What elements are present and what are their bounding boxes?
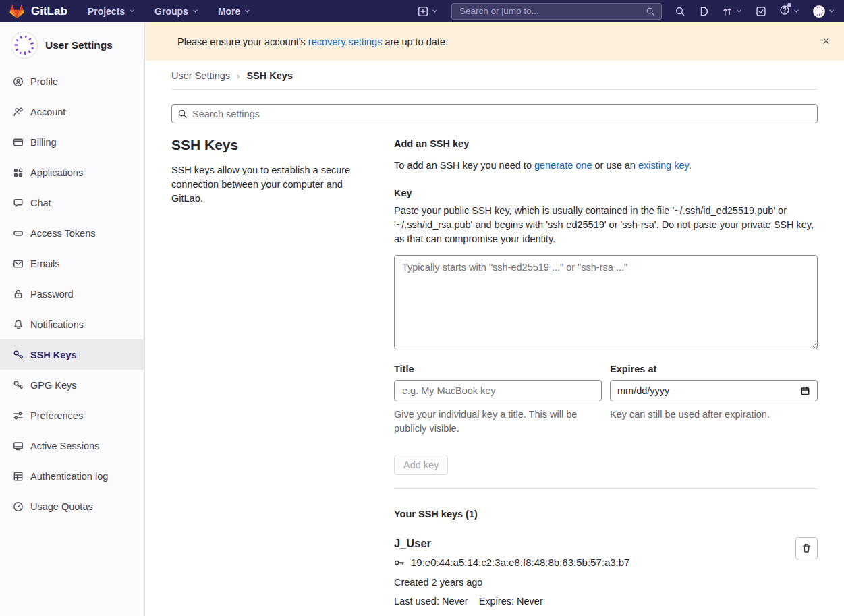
ssh-key-name: J_User [394, 537, 780, 550]
sidebar-item-gpg-keys[interactable]: GPG Keys [0, 370, 144, 400]
page-description: SSH keys allow you to establish a secure… [171, 163, 367, 206]
todos-button[interactable] [756, 6, 766, 17]
nav-projects[interactable]: Projects [88, 6, 136, 17]
expires-hint: Key can still be used after expiration. [610, 408, 818, 422]
chevron-down-icon [192, 7, 199, 15]
settings-sidebar: User Settings Profile Account Billing Ap… [0, 22, 145, 616]
sidebar-item-chat[interactable]: Chat [0, 188, 144, 218]
alert-text: Please ensure your account's [177, 36, 308, 47]
key-title-input[interactable] [394, 380, 602, 401]
global-search[interactable] [451, 3, 662, 20]
key-icon [13, 349, 24, 360]
sidebar-item-ssh-keys[interactable]: SSH Keys [0, 339, 144, 370]
issues-button[interactable] [698, 6, 709, 17]
notification-dot [787, 3, 791, 7]
key-label: Key [394, 188, 818, 198]
trash-icon [801, 543, 812, 553]
sidebar-item-preferences[interactable]: Preferences [0, 400, 144, 430]
gitlab-logo-icon [9, 3, 25, 19]
user-avatar [813, 5, 825, 18]
search-icon [646, 7, 655, 16]
generate-one-link[interactable]: generate one [534, 160, 592, 171]
close-icon [822, 36, 831, 45]
plus-square-icon [418, 6, 428, 17]
existing-key-link[interactable]: existing key [638, 160, 689, 171]
password-icon [13, 289, 24, 300]
user-avatar [11, 32, 38, 59]
dismiss-alert-button[interactable] [819, 34, 833, 50]
sidebar-item-password[interactable]: Password [0, 279, 144, 309]
auth-log-icon [13, 471, 24, 482]
todo-check-icon [756, 6, 766, 17]
key-icon [394, 557, 405, 568]
sidebar-item-emails[interactable]: Emails [0, 248, 144, 279]
settings-search [171, 104, 818, 123]
breadcrumb-user-settings[interactable]: User Settings [171, 70, 230, 81]
user-menu-button[interactable] [813, 5, 835, 18]
account-icon [13, 107, 24, 117]
breadcrumb-current: SSH Keys [246, 70, 293, 81]
delete-key-button[interactable] [795, 537, 818, 559]
sidebar-item-applications[interactable]: Applications [0, 157, 144, 188]
primary-nav: Projects Groups More [88, 6, 251, 17]
sidebar-item-active-sessions[interactable]: Active Sessions [0, 430, 144, 461]
chevron-down-icon [735, 7, 743, 15]
sidebar-item-billing[interactable]: Billing [0, 127, 144, 157]
add-key-button[interactable]: Add key [394, 455, 448, 475]
ssh-key-item: J_User 19:e0:44:a5:14:c2:3a:e8:f8:48:8b:… [394, 537, 818, 607]
sidebar-header: User Settings [0, 32, 144, 66]
settings-nav: Profile Account Billing Applications Cha… [0, 66, 144, 522]
chevron-down-icon [128, 7, 136, 15]
global-search-input[interactable] [458, 5, 646, 17]
nav-more[interactable]: More [218, 6, 251, 17]
section-divider [394, 488, 818, 489]
preferences-icon [13, 410, 24, 421]
issues-icon [698, 6, 709, 17]
navbar-right [418, 3, 835, 20]
sidebar-item-usage-quotas[interactable]: Usage Quotas [0, 491, 144, 522]
key-help-text: Paste your public SSH key, which is usua… [394, 204, 818, 246]
page-title: SSH Keys [171, 137, 367, 153]
sidebar-title: User Settings [45, 39, 113, 51]
emails-icon [13, 258, 24, 269]
chevron-down-icon [793, 7, 800, 15]
breadcrumb: User Settings › SSH Keys [171, 61, 818, 90]
calendar-icon [800, 386, 810, 396]
sidebar-item-notifications[interactable]: Notifications [0, 309, 144, 339]
sidebar-item-account[interactable]: Account [0, 96, 144, 127]
new-menu-button[interactable] [418, 6, 439, 17]
merge-request-icon [722, 6, 733, 17]
top-navbar: GitLab Projects Groups More [0, 0, 844, 22]
sidebar-item-access-tokens[interactable]: Access Tokens [0, 218, 144, 248]
merge-requests-button[interactable] [722, 6, 743, 17]
add-key-intro: To add an SSH key you need to generate o… [394, 159, 818, 173]
recovery-alert: Please ensure your account's recovery se… [145, 22, 844, 61]
title-hint: Give your individual key a title. This w… [394, 408, 602, 436]
chevron-down-icon [244, 7, 251, 15]
gitlab-home-link[interactable]: GitLab [9, 3, 67, 19]
profile-icon [13, 76, 24, 87]
sidebar-item-authentication-log[interactable]: Authentication log [0, 461, 144, 491]
settings-search-input[interactable] [171, 104, 818, 123]
search-button[interactable] [675, 6, 685, 17]
main-content: Please ensure your account's recovery se… [145, 22, 844, 616]
ssh-key-textarea[interactable] [394, 255, 818, 349]
usage-quotas-icon [13, 501, 24, 512]
sidebar-item-profile[interactable]: Profile [0, 66, 144, 96]
help-menu-button[interactable] [779, 5, 800, 18]
active-sessions-icon [13, 441, 24, 451]
ssh-key-created: Created 2 years ago [394, 577, 780, 588]
ssh-key-expires: Expires: Never [479, 596, 543, 607]
nav-groups[interactable]: Groups [154, 6, 199, 17]
chat-icon [13, 198, 24, 208]
access-tokens-icon [13, 228, 24, 239]
chevron-down-icon [828, 7, 835, 15]
recovery-settings-link[interactable]: recovery settings [308, 36, 383, 47]
breadcrumb-separator: › [237, 71, 240, 81]
key-icon [13, 380, 24, 391]
notifications-icon [13, 319, 24, 330]
title-label: Title [394, 364, 602, 374]
expires-at-input[interactable]: mm/dd/yyyy [610, 380, 818, 401]
alert-text: are up to date. [382, 36, 448, 47]
ssh-keys-list: J_User 19:e0:44:a5:14:c2:3a:e8:f8:48:8b:… [394, 537, 818, 607]
